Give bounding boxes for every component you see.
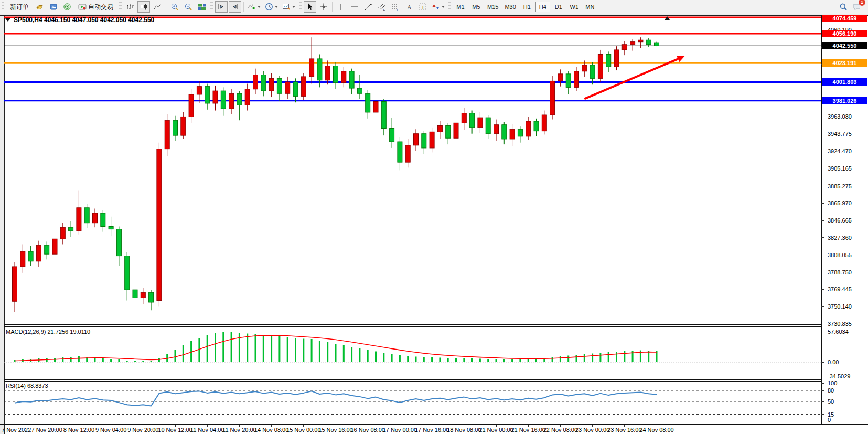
- macd-axis-label: -34.5029: [828, 373, 850, 379]
- macd-histogram-bar: [584, 354, 585, 363]
- macd-histogram-bar: [383, 353, 384, 362]
- candle: [349, 71, 354, 88]
- macd-histogram-bar: [616, 352, 617, 362]
- macd-histogram-bar: [399, 355, 401, 362]
- candle: [213, 91, 218, 103]
- candle: [116, 229, 121, 256]
- time-axis-label: 17 Nov 16:00: [415, 427, 449, 433]
- candle: [638, 40, 643, 41]
- price-axis-label: 3943.775: [828, 131, 852, 137]
- candle: [381, 102, 386, 129]
- price-level-badge: 4023.191: [822, 59, 867, 67]
- candle: [646, 40, 651, 44]
- candle: [454, 123, 458, 138]
- candle: [13, 267, 17, 301]
- price-axis-label: 3750.140: [828, 303, 852, 310]
- macd-histogram-bar: [496, 359, 497, 363]
- candle: [398, 142, 402, 162]
- time-axis-label: 14 Nov 08:00: [254, 427, 288, 433]
- candle: [20, 251, 25, 267]
- price-axis-label: 3905.165: [828, 165, 852, 172]
- candle: [189, 94, 194, 117]
- time-axis-label: 17 Nov 00:00: [383, 427, 417, 433]
- candle: [478, 118, 483, 128]
- candle: [84, 208, 89, 223]
- macd-histogram-bar: [576, 355, 577, 362]
- macd-histogram-bar: [511, 359, 513, 362]
- chart-title: SP500,H4 4046.150 4047.050 4042.050 4042…: [5, 16, 154, 24]
- candle: [165, 120, 169, 149]
- macd-axis-label: 57.6034: [828, 329, 849, 335]
- candle: [293, 82, 298, 96]
- macd-histogram-bar: [110, 359, 112, 362]
- macd-histogram-bar: [423, 357, 425, 363]
- candle: [253, 75, 258, 89]
- one-click-trading-toggle-icon[interactable]: [5, 18, 10, 22]
- candle: [598, 54, 603, 78]
- macd-histogram-bar: [463, 358, 465, 363]
- macd-histogram-bar: [624, 351, 625, 362]
- candle: [301, 77, 306, 96]
- price-axis-label: 3730.835: [828, 321, 852, 327]
- macd-histogram-bar: [407, 356, 409, 363]
- rsi-axis-label: 0: [828, 417, 831, 423]
- rsi-axis-label: 80: [828, 387, 834, 394]
- time-axis-label: 24 Nov 08:00: [639, 427, 673, 433]
- candle: [558, 74, 563, 81]
- candle: [60, 227, 65, 239]
- macd-histogram-bar: [295, 338, 296, 362]
- candle: [309, 59, 314, 77]
- macd-histogram-bar: [487, 359, 489, 362]
- rsi-axis-label: 100: [828, 380, 837, 386]
- candle: [502, 125, 507, 139]
- macd-histogram-bar: [118, 359, 120, 362]
- candle: [317, 59, 322, 80]
- time-axis-label: 9 Nov 20:00: [127, 427, 158, 433]
- chart-canvas[interactable]: [0, 0, 868, 434]
- macd-histogram-bar: [175, 350, 176, 362]
- candle: [277, 78, 282, 93]
- candle: [77, 208, 81, 231]
- candle: [205, 87, 210, 103]
- macd-histogram-bar: [287, 337, 288, 362]
- candle: [518, 129, 522, 136]
- time-axis-label: 21 Nov 00:00: [479, 427, 513, 433]
- price-axis-label: 3769.445: [828, 286, 852, 292]
- rsi-label: RSI(14) 68.8373: [6, 383, 48, 389]
- macd-histogram-bar: [519, 359, 521, 363]
- macd-histogram-bar: [183, 345, 184, 362]
- macd-histogram-bar: [528, 359, 529, 362]
- macd-histogram-bar: [78, 356, 80, 362]
- candle: [341, 71, 346, 83]
- macd-histogram-bar: [455, 358, 457, 363]
- macd-histogram-bar: [303, 339, 304, 363]
- time-axis-label: 10 Nov 12:00: [158, 427, 192, 433]
- candle: [52, 239, 57, 254]
- macd-histogram-bar: [62, 357, 63, 362]
- macd-histogram-bar: [158, 358, 160, 362]
- candle: [534, 121, 539, 131]
- time-axis-label: 23 Nov 16:00: [607, 427, 641, 433]
- candle: [446, 125, 451, 138]
- macd-histogram-bar: [343, 345, 345, 362]
- time-axis-label: 7 Nov 20:00: [31, 427, 62, 433]
- macd-histogram-bar: [70, 357, 72, 362]
- macd-histogram-bar: [375, 352, 377, 363]
- candle: [109, 226, 113, 229]
- price-axis-label: 3885.275: [828, 183, 852, 189]
- time-axis-label: 11 Nov 04:00: [190, 427, 224, 433]
- time-axis-label: 15 Nov 16:00: [318, 427, 352, 433]
- macd-histogram-bar: [215, 333, 216, 362]
- macd-histogram-bar: [207, 335, 208, 362]
- time-axis-label: 8 Nov 12:00: [63, 427, 94, 433]
- candle: [422, 134, 426, 148]
- macd-histogram-bar: [535, 359, 537, 363]
- candle: [494, 125, 499, 134]
- candle: [325, 66, 330, 80]
- candle: [357, 88, 362, 93]
- price-axis-label: 3788.750: [828, 269, 852, 276]
- macd-histogram-bar: [632, 351, 634, 362]
- mt4-window: 新订单 自动交易: [0, 0, 868, 434]
- price-axis-label: 3865.970: [828, 200, 852, 206]
- candle: [157, 149, 162, 301]
